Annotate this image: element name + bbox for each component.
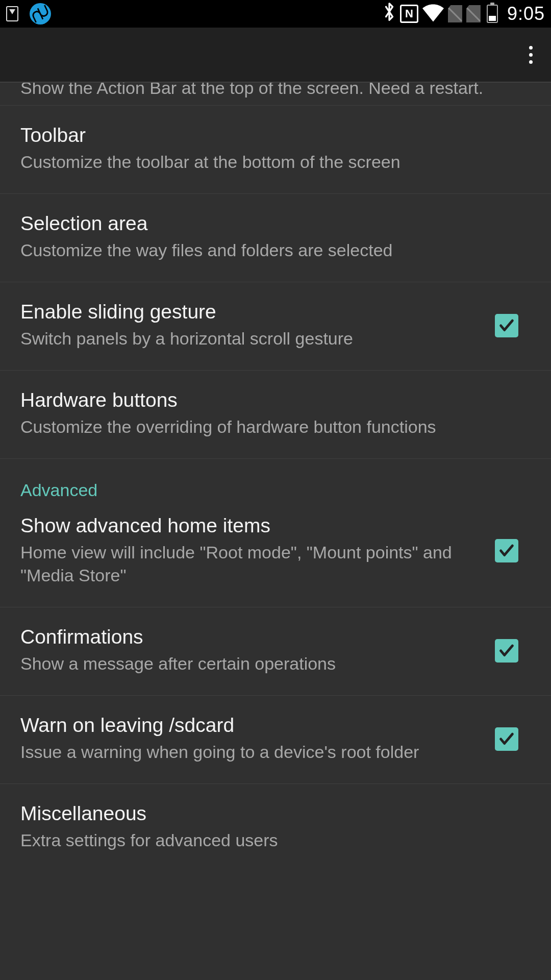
bluetooth-icon	[383, 2, 396, 26]
settings-item-miscellaneous[interactable]: Miscellaneous Extra settings for advance…	[0, 784, 551, 872]
settings-subtitle: Issue a warning when going to a device's…	[20, 741, 483, 764]
settings-title: Warn on leaving /sdcard	[20, 714, 483, 737]
download-icon	[6, 6, 18, 21]
settings-item-advanced-home[interactable]: Show advanced home items Home view will …	[0, 500, 551, 608]
section-header-advanced: Advanced	[0, 459, 551, 500]
overflow-menu-button[interactable]	[523, 40, 539, 70]
settings-item-confirmations[interactable]: Confirmations Show a message after certa…	[0, 607, 551, 696]
settings-subtitle: Customize the overriding of hardware but…	[20, 415, 531, 439]
settings-title: Hardware buttons	[20, 389, 531, 411]
nfc-icon: N	[400, 5, 418, 23]
wifi-icon	[422, 4, 444, 24]
settings-item-hardware-buttons[interactable]: Hardware buttons Customize the overridin…	[0, 371, 551, 459]
settings-subtitle: Customize the toolbar at the bottom of t…	[20, 151, 531, 174]
settings-subtitle: Switch panels by a horizontal scroll ges…	[20, 327, 483, 351]
settings-item-warn-sdcard[interactable]: Warn on leaving /sdcard Issue a warning …	[0, 696, 551, 784]
settings-title: Enable sliding gesture	[20, 301, 483, 323]
settings-item-selection-area[interactable]: Selection area Customize the way files a…	[0, 194, 551, 282]
sim-disabled-icon	[448, 5, 462, 22]
clock-text: 9:05	[507, 3, 545, 24]
status-bar: N 9:05	[0, 0, 551, 28]
sim-disabled-icon	[466, 5, 481, 22]
checkbox-checked[interactable]	[495, 639, 518, 663]
settings-title: Selection area	[20, 212, 531, 235]
twrp-icon	[30, 3, 51, 24]
settings-title: Show advanced home items	[20, 514, 483, 537]
settings-subtitle: Show the Action Bar at the top of the sc…	[20, 83, 483, 98]
settings-title: Miscellaneous	[20, 802, 531, 825]
app-bar	[0, 28, 551, 83]
battery-icon	[487, 5, 498, 23]
settings-title: Confirmations	[20, 626, 483, 648]
settings-subtitle: Show a message after certain operations	[20, 652, 483, 676]
settings-title: Toolbar	[20, 124, 531, 146]
settings-subtitle: Home view will include "Root mode", "Mou…	[20, 541, 483, 588]
settings-item-partial[interactable]: Show the Action Bar at the top of the sc…	[0, 83, 551, 106]
settings-item-sliding-gesture[interactable]: Enable sliding gesture Switch panels by …	[0, 282, 551, 371]
status-right-group: N 9:05	[383, 2, 545, 26]
settings-subtitle: Customize the way files and folders are …	[20, 239, 531, 262]
checkbox-checked[interactable]	[495, 314, 518, 337]
checkbox-checked[interactable]	[495, 727, 518, 751]
settings-item-toolbar[interactable]: Toolbar Customize the toolbar at the bot…	[0, 106, 551, 194]
status-left-group	[6, 3, 51, 24]
checkbox-checked[interactable]	[495, 539, 518, 562]
settings-list: Show the Action Bar at the top of the sc…	[0, 83, 551, 872]
settings-subtitle: Extra settings for advanced users	[20, 829, 531, 852]
